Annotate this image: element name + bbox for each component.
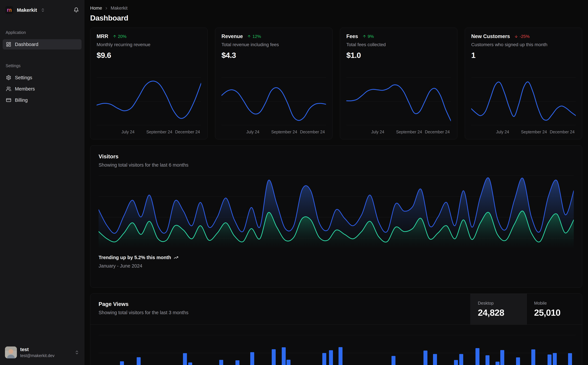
stat-value: 1 [471, 51, 576, 60]
sparkline-chart: July 24 September 24 December 24 [346, 76, 451, 135]
sidebar-item-label: Settings [15, 75, 32, 80]
breadcrumb-current: Makerkit [111, 6, 128, 11]
trend-badge: -25% [514, 34, 530, 39]
sidebar-item-settings[interactable]: Settings [3, 72, 82, 83]
trend-badge: 20% [113, 34, 126, 39]
date-range: January - June 2024 [99, 263, 574, 269]
tab-desktop[interactable]: Desktop 24,828 [470, 294, 527, 324]
page-views-subtitle: Showing total visitors for the last 3 mo… [99, 310, 470, 315]
avatar [5, 346, 17, 358]
brand-name: Makerkit [17, 7, 37, 13]
credit-card-icon [6, 98, 11, 103]
mobile-count: 25,010 [534, 307, 582, 318]
visitors-area-chart [99, 171, 574, 249]
visitors-subtitle: Showing total visitors for the last 6 mo… [99, 162, 574, 168]
stat-subtitle: Customers who signed up this month [471, 42, 576, 47]
sidebar-item-billing[interactable]: Billing [3, 95, 82, 105]
x-axis-tick: December 24 [550, 130, 574, 134]
visitors-card: Visitors Showing total visitors for the … [90, 145, 582, 288]
stat-value: $9.6 [97, 51, 201, 60]
sparkline-chart: July 24 September 24 December 24 [221, 76, 326, 135]
stat-title: Fees [346, 33, 358, 39]
arrow-up-icon [362, 35, 366, 38]
section-label-settings: Settings [3, 63, 82, 68]
stat-subtitle: Monthly recurring revenue [97, 42, 201, 47]
breadcrumb: Home Makerkit [90, 6, 582, 11]
visitors-title: Visitors [99, 153, 574, 160]
sidebar-header: m Makerkit [3, 4, 82, 16]
desktop-count: 24,828 [478, 307, 527, 318]
makerkit-logo: m [5, 6, 13, 14]
stat-card-fees: Fees 9% Total fees collected $1.0 July 2… [340, 28, 457, 139]
stat-subtitle: Total fees collected [346, 42, 451, 47]
dashboard-icon [6, 42, 11, 47]
stat-title: New Customers [471, 33, 510, 39]
nav-spacer [3, 50, 82, 63]
notifications-button[interactable] [74, 7, 79, 13]
sidebar: m Makerkit Application Dashboard [0, 0, 84, 365]
arrow-up-icon [113, 35, 117, 38]
sidebar-item-members[interactable]: Members [3, 84, 82, 94]
arrow-up-icon [247, 35, 251, 38]
bell-icon [74, 7, 79, 13]
chevron-right-icon [104, 6, 108, 10]
sparkline-chart: July 24 September 24 December 24 [97, 76, 201, 135]
sidebar-nav: Application Dashboard Settings Settings [3, 30, 82, 106]
x-axis-tick: July 24 [371, 130, 384, 134]
stat-title: MRR [97, 33, 108, 39]
x-axis-tick: September 24 [146, 130, 172, 134]
user-menu[interactable]: test test@makerkit.dev [3, 346, 82, 358]
page-title: Dashboard [90, 14, 582, 22]
trend-badge: 9% [362, 34, 374, 39]
visitors-footer: Trending up by 5.2% this month January -… [99, 255, 574, 269]
x-axis-tick: December 24 [300, 130, 325, 134]
main-content: Home Makerkit Dashboard MRR 20% Monthly … [84, 0, 588, 365]
trending-up-icon [174, 255, 178, 260]
arrow-down-icon [514, 35, 518, 38]
user-email: test@makerkit.dev [20, 353, 71, 358]
gear-icon [6, 75, 11, 80]
chevrons-up-down-icon [41, 8, 45, 12]
x-axis-tick: July 24 [246, 130, 259, 134]
page-views-bar-chart [99, 326, 576, 365]
sparkline-chart: July 24 September 24 December 24 [471, 76, 576, 135]
app-root: m Makerkit Application Dashboard [0, 0, 588, 365]
breadcrumb-home[interactable]: Home [90, 6, 102, 11]
stat-value: $1.0 [346, 51, 451, 60]
trend-badge: 12% [247, 34, 261, 39]
stat-title: Revenue [221, 33, 243, 39]
x-axis-tick: December 24 [425, 130, 450, 134]
stat-subtitle: Total revenue including fees [221, 42, 326, 47]
sidebar-item-label: Dashboard [15, 42, 38, 47]
stat-card-mrr: MRR 20% Monthly recurring revenue $9.6 J… [90, 28, 208, 139]
page-views-header: Page Views Showing total visitors for th… [90, 294, 582, 325]
x-axis-tick: July 24 [496, 130, 509, 134]
tab-mobile[interactable]: Mobile 25,010 [527, 294, 582, 324]
x-axis-tick: September 24 [396, 130, 422, 134]
stat-card-new-customers: New Customers -25% Customers who signed … [465, 28, 582, 139]
x-axis-tick: December 24 [175, 130, 200, 134]
x-axis-tick: September 24 [271, 130, 297, 134]
workspace-selector[interactable]: m Makerkit [5, 6, 74, 14]
section-label-application: Application [3, 30, 82, 35]
page-views-title: Page Views [99, 301, 470, 307]
page-views-card: Page Views Showing total visitors for th… [90, 294, 582, 365]
stat-value: $4.3 [221, 51, 326, 60]
users-icon [6, 86, 11, 91]
sidebar-item-dashboard[interactable]: Dashboard [3, 39, 82, 49]
chevrons-up-down-icon [75, 350, 79, 355]
x-axis-tick: September 24 [521, 130, 547, 134]
stat-cards-row: MRR 20% Monthly recurring revenue $9.6 J… [90, 28, 582, 139]
trend-summary: Trending up by 5.2% this month [99, 255, 171, 260]
sidebar-item-label: Billing [15, 98, 28, 103]
x-axis-tick: July 24 [121, 130, 134, 134]
sidebar-item-label: Members [15, 86, 35, 92]
user-name: test [20, 347, 71, 352]
stat-card-revenue: Revenue 12% Total revenue including fees… [215, 28, 332, 139]
